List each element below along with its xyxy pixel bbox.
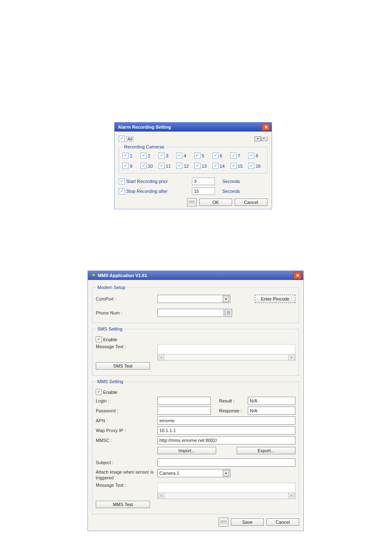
scroll-right-icon[interactable]: ▸ <box>261 136 267 141</box>
start-prior-checkbox[interactable]: ✓ <box>119 178 125 185</box>
login-label: Login : <box>96 398 157 403</box>
mmsc-label: MMSC : <box>96 438 157 443</box>
seconds-label-2: Seconds <box>222 189 240 194</box>
password-input[interactable] <box>157 407 211 415</box>
camera-9-checkbox[interactable]: ✓ <box>122 163 129 169</box>
mms-test-button[interactable]: MMS Test <box>96 501 150 508</box>
sms-message-input[interactable]: ◂ ▸ <box>157 344 295 361</box>
camera-10-checkbox[interactable]: ✓ <box>141 163 147 169</box>
mms-message-label: Message Text : <box>96 483 157 488</box>
import-button[interactable]: Import... <box>157 447 216 454</box>
camera-16-checkbox[interactable]: ✓ <box>248 163 254 169</box>
sms-test-button[interactable]: SMS Test <box>96 362 150 370</box>
camera-5-item: ✓5 <box>194 153 210 159</box>
camera-3-checkbox[interactable]: ✓ <box>159 153 165 159</box>
mms-enable-checkbox[interactable]: ✓ <box>96 389 102 395</box>
wap-proxy-input[interactable]: 10.1.1.1 <box>157 426 295 435</box>
camera-7-item: ✓7 <box>231 153 246 159</box>
phone-input[interactable] <box>157 309 224 317</box>
camera-1-label: 1 <box>130 153 132 158</box>
camera-8-checkbox[interactable]: ✓ <box>248 153 254 159</box>
start-prior-input[interactable]: 3 <box>192 178 215 185</box>
camera-5-checkbox[interactable]: ✓ <box>194 153 201 159</box>
login-input[interactable] <box>157 397 211 405</box>
all-label: All <box>126 136 134 142</box>
camera-14-checkbox[interactable]: ✓ <box>212 163 219 169</box>
password-label: Password : <box>96 408 157 413</box>
phone-picker-icon[interactable] <box>225 309 232 317</box>
scroll-right-icon[interactable]: ▸ <box>288 354 295 361</box>
scroll-right-icon[interactable]: ▸ <box>288 493 295 499</box>
group-legend: Recording Cameras <box>122 144 166 149</box>
sms-enable-checkbox[interactable]: ✓ <box>96 336 102 342</box>
stop-after-checkbox[interactable]: ✓ <box>119 188 125 194</box>
camera-16-label: 16 <box>256 164 261 169</box>
scroll-left-icon[interactable]: ◂ <box>158 354 164 361</box>
camera-9-label: 9 <box>130 164 132 169</box>
svg-rect-8 <box>228 312 229 313</box>
camera-12-label: 12 <box>184 164 189 169</box>
camera-3-label: 3 <box>166 153 168 158</box>
camera-2-checkbox[interactable]: ✓ <box>141 153 147 159</box>
scroll-left-icon[interactable]: ◂ <box>254 136 261 141</box>
svg-rect-13 <box>224 522 224 523</box>
sms-message-label: Message Text : <box>96 344 157 349</box>
cancel-button[interactable]: Cancel <box>266 518 299 526</box>
scroll-track[interactable] <box>164 354 288 361</box>
scroll-left-icon[interactable]: ◂ <box>158 493 164 499</box>
camera-15-item: ✓15 <box>231 163 246 169</box>
all-checkbox[interactable]: ✓ <box>119 136 125 142</box>
camera-13-checkbox[interactable]: ✓ <box>194 163 201 169</box>
camera-4-checkbox[interactable]: ✓ <box>176 153 182 159</box>
stop-after-input[interactable]: 15 <box>192 187 215 195</box>
camera-12-checkbox[interactable]: ✓ <box>176 163 182 169</box>
close-icon[interactable]: ✕ <box>262 123 270 131</box>
mms-setting-group: MMS Setting ✓ Enable Login : Result : N/… <box>92 379 299 514</box>
mmsc-input[interactable]: http://mms.emome.net:8002/ <box>157 436 295 444</box>
sms-enable-label: Enable <box>103 337 117 342</box>
camera-1-checkbox[interactable]: ✓ <box>122 153 129 159</box>
attach-camera-value: Camera 1 <box>159 471 179 476</box>
camera-8-item: ✓8 <box>248 153 264 159</box>
camera-8-label: 8 <box>256 153 258 158</box>
camera-11-item: ✓11 <box>159 163 174 169</box>
camera-1-item: ✓1 <box>122 153 138 159</box>
hscrollbar[interactable]: ◂ ▸ <box>158 354 295 360</box>
svg-rect-9 <box>228 313 229 314</box>
sms-setting-group: SMS Setting ✓ Enable Message Text : ◂ ▸ <box>92 326 299 376</box>
camera-12-item: ✓12 <box>176 163 192 169</box>
camera-15-label: 15 <box>238 164 243 169</box>
camera-15-checkbox[interactable]: ✓ <box>231 163 237 169</box>
close-icon[interactable]: ✕ <box>293 272 302 279</box>
result-label: Result : <box>219 398 248 403</box>
hscrollbar[interactable]: ◂ ▸ <box>158 493 295 499</box>
save-button[interactable]: Save <box>231 518 264 526</box>
window-title: Alarm Recording Setting <box>118 125 262 130</box>
camera-13-label: 13 <box>202 164 207 169</box>
mms-message-input[interactable]: ◂ ▸ <box>157 483 295 499</box>
titlebar: Alarm Recording Setting ✕ <box>115 123 272 132</box>
camera-6-checkbox[interactable]: ✓ <box>212 153 219 159</box>
camera-7-checkbox[interactable]: ✓ <box>231 153 237 159</box>
response-output: N/A <box>248 407 295 415</box>
recording-cameras-group: Recording Cameras ✓1✓2✓3✓4✓5✓6✓7✓8✓9✓10✓… <box>119 144 267 173</box>
camera-11-checkbox[interactable]: ✓ <box>159 163 165 169</box>
ok-button[interactable]: OK <box>199 199 232 206</box>
apn-input[interactable]: emome <box>157 416 295 425</box>
camera-2-item: ✓2 <box>141 153 156 159</box>
export-button[interactable]: Export... <box>237 447 295 454</box>
enter-pincode-button[interactable]: Enter Pincode <box>255 295 295 303</box>
keyboard-icon[interactable] <box>219 518 228 527</box>
keyboard-icon[interactable] <box>187 198 197 206</box>
camera-14-label: 14 <box>220 164 225 169</box>
camera-4-label: 4 <box>184 153 186 158</box>
subject-input[interactable] <box>157 458 295 467</box>
comport-select[interactable]: ▾ <box>157 295 231 303</box>
attach-image-label: Attach image when sensor is triggered <box>96 469 157 481</box>
response-label: Response : <box>219 408 248 413</box>
camera-13-item: ✓13 <box>194 163 210 169</box>
scroll-track[interactable] <box>164 493 288 499</box>
svg-rect-12 <box>222 522 223 523</box>
attach-camera-select[interactable]: Camera 1 ▾ <box>157 469 231 477</box>
cancel-button[interactable]: Cancel <box>235 199 267 206</box>
